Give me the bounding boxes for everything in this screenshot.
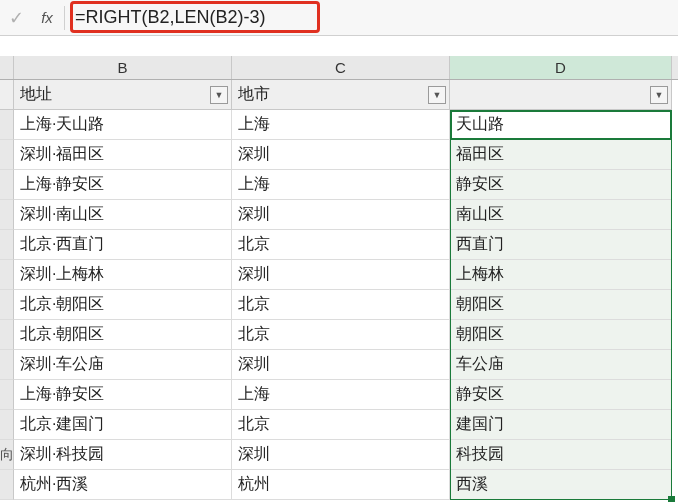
filter-button[interactable]: ▼ [210, 86, 228, 104]
row-header[interactable] [0, 380, 14, 410]
cell-address[interactable]: 北京·建国门 [14, 410, 232, 440]
cell-city[interactable]: 深圳 [232, 440, 450, 470]
chevron-down-icon: ▼ [433, 90, 442, 100]
cell-result[interactable]: 朝阳区 [450, 320, 672, 350]
fx-button[interactable]: fx [32, 9, 62, 26]
cell-result[interactable]: 上梅林 [450, 260, 672, 290]
col-header-stub[interactable] [0, 56, 14, 79]
cell-city[interactable]: 深圳 [232, 200, 450, 230]
cell-address[interactable]: 北京·朝阳区 [14, 290, 232, 320]
header-row: 地址 ▼ 地市 ▼ ▼ [0, 80, 678, 110]
table-row: 深圳·上梅林深圳上梅林 [0, 260, 678, 290]
col-header-D[interactable]: D [450, 56, 672, 79]
cell-result[interactable]: 天山路 [450, 110, 672, 140]
table-row: 深圳·南山区深圳南山区 [0, 200, 678, 230]
cell-result[interactable]: 朝阳区 [450, 290, 672, 320]
cell-result[interactable]: 建国门 [450, 410, 672, 440]
table-row: 深圳·福田区深圳福田区 [0, 140, 678, 170]
chevron-down-icon: ▼ [215, 90, 224, 100]
cell-address[interactable]: 深圳·科技园 [14, 440, 232, 470]
filter-button[interactable]: ▼ [428, 86, 446, 104]
cell-city[interactable]: 上海 [232, 110, 450, 140]
formula-text[interactable]: =RIGHT(B2,LEN(B2)-3) [75, 7, 266, 28]
table-row: 向深圳·科技园深圳科技园 [0, 440, 678, 470]
cell-result[interactable]: 静安区 [450, 380, 672, 410]
row-header[interactable] [0, 470, 14, 500]
cell-address[interactable]: 上海·静安区 [14, 380, 232, 410]
cell-city[interactable]: 深圳 [232, 350, 450, 380]
cell-result[interactable]: 福田区 [450, 140, 672, 170]
cell-address[interactable]: 杭州·西溪 [14, 470, 232, 500]
row-header[interactable] [0, 200, 14, 230]
col-header-B[interactable]: B [14, 56, 232, 79]
cell-city[interactable]: 上海 [232, 380, 450, 410]
formula-bar: ✓ fx =RIGHT(B2,LEN(B2)-3) [0, 0, 678, 36]
row-header[interactable]: 向 [0, 440, 14, 470]
row-header[interactable] [0, 230, 14, 260]
cell-city[interactable]: 深圳 [232, 260, 450, 290]
cell-address[interactable]: 深圳·车公庙 [14, 350, 232, 380]
header-label: 地市 [238, 84, 270, 105]
row-header-label: 向 [0, 446, 13, 464]
row-header[interactable] [0, 110, 14, 140]
table-row: 杭州·西溪杭州西溪 [0, 470, 678, 500]
table-row: 上海·静安区上海静安区 [0, 170, 678, 200]
header-label: 地址 [20, 84, 52, 105]
col-header-C[interactable]: C [232, 56, 450, 79]
cell-result[interactable]: 西溪 [450, 470, 672, 500]
row-header[interactable] [0, 260, 14, 290]
cell-result[interactable]: 南山区 [450, 200, 672, 230]
table-row: 北京·朝阳区北京朝阳区 [0, 290, 678, 320]
cell-address[interactable]: 北京·朝阳区 [14, 320, 232, 350]
cell-result[interactable]: 科技园 [450, 440, 672, 470]
header-cell-city[interactable]: 地市 ▼ [232, 80, 450, 110]
header-cell-address[interactable]: 地址 ▼ [14, 80, 232, 110]
cell-city[interactable]: 北京 [232, 320, 450, 350]
cell-address[interactable]: 北京·西直门 [14, 230, 232, 260]
chevron-down-icon: ▼ [655, 90, 664, 100]
cell-city[interactable]: 北京 [232, 410, 450, 440]
cell-result[interactable]: 西直门 [450, 230, 672, 260]
row-header[interactable] [0, 410, 14, 440]
row-header[interactable] [0, 140, 14, 170]
cell-city[interactable]: 杭州 [232, 470, 450, 500]
cell-address[interactable]: 深圳·福田区 [14, 140, 232, 170]
table-row: 上海·静安区上海静安区 [0, 380, 678, 410]
row-header[interactable] [0, 320, 14, 350]
separator [64, 6, 65, 30]
cell-city[interactable]: 北京 [232, 230, 450, 260]
row-header[interactable] [0, 350, 14, 380]
row-header-1[interactable] [0, 80, 14, 110]
row-header[interactable] [0, 290, 14, 320]
table-row: 北京·朝阳区北京朝阳区 [0, 320, 678, 350]
table-row: 深圳·车公庙深圳车公庙 [0, 350, 678, 380]
cell-city[interactable]: 深圳 [232, 140, 450, 170]
table-row: 北京·建国门北京建国门 [0, 410, 678, 440]
cell-city[interactable]: 上海 [232, 170, 450, 200]
cell-address[interactable]: 上海·天山路 [14, 110, 232, 140]
formula-input-wrap[interactable]: =RIGHT(B2,LEN(B2)-3) [67, 0, 678, 35]
cell-result[interactable]: 静安区 [450, 170, 672, 200]
table-row: 北京·西直门北京西直门 [0, 230, 678, 260]
row-header[interactable] [0, 170, 14, 200]
column-headers: B C D [0, 56, 678, 80]
header-cell-result[interactable]: ▼ [450, 80, 672, 110]
confirm-icon[interactable]: ✓ [0, 7, 32, 29]
cell-address[interactable]: 深圳·南山区 [14, 200, 232, 230]
cell-address[interactable]: 深圳·上梅林 [14, 260, 232, 290]
table-row: 上海·天山路上海天山路 [0, 110, 678, 140]
cell-address[interactable]: 上海·静安区 [14, 170, 232, 200]
cell-city[interactable]: 北京 [232, 290, 450, 320]
filter-button[interactable]: ▼ [650, 86, 668, 104]
cell-result[interactable]: 车公庙 [450, 350, 672, 380]
sheet-grid: B C D 地址 ▼ 地市 ▼ ▼ 上海·天山路上海天山路深圳·福田区深圳福田区… [0, 56, 678, 500]
